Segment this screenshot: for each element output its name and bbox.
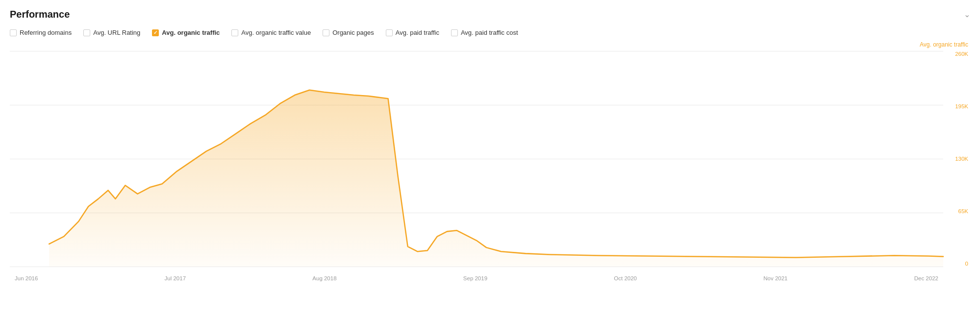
checkbox-avg-organic-traffic-value[interactable] <box>231 29 238 36</box>
chart-area: Avg. organic traffic 260K 195K 130K 65K … <box>10 41 970 281</box>
filter-avg-organic-traffic[interactable]: Avg. organic traffic <box>152 29 220 36</box>
filter-label-avg-url-rating: Avg. URL Rating <box>93 29 140 36</box>
performance-widget: Performance ⌄ Referring domains Avg. URL… <box>0 0 980 319</box>
checkbox-avg-paid-traffic-cost[interactable] <box>451 29 458 36</box>
grid-line-bottom <box>10 267 943 267</box>
chart-legend-label: Avg. organic traffic <box>920 41 968 48</box>
page-title: Performance <box>10 9 70 20</box>
y-label-195k: 195K <box>955 103 968 109</box>
filters-row: Referring domains Avg. URL Rating Avg. o… <box>10 29 970 36</box>
y-axis-labels: 260K 195K 130K 65K 0 <box>955 51 968 267</box>
filter-label-referring-domains: Referring domains <box>20 29 72 36</box>
header-row: Performance ⌄ <box>10 9 970 20</box>
filter-avg-paid-traffic[interactable]: Avg. paid traffic <box>386 29 439 36</box>
x-label-oct2020: Oct 2020 <box>614 275 637 281</box>
x-label-dec2022: Dec 2022 <box>914 275 938 281</box>
chart-inner <box>10 51 943 267</box>
collapse-icon[interactable]: ⌄ <box>964 10 970 19</box>
x-label-nov2021: Nov 2021 <box>763 275 787 281</box>
checkbox-avg-url-rating[interactable] <box>83 29 90 36</box>
chart-svg <box>10 51 943 267</box>
filter-avg-organic-traffic-value[interactable]: Avg. organic traffic value <box>231 29 311 36</box>
y-label-260k: 260K <box>955 51 968 57</box>
x-label-jul2017: Jul 2017 <box>165 275 186 281</box>
filter-label-avg-organic-traffic: Avg. organic traffic <box>162 29 220 36</box>
x-label-jun2016: Jun 2016 <box>15 275 38 281</box>
x-label-sep2019: Sep 2019 <box>463 275 487 281</box>
checkbox-avg-organic-traffic[interactable] <box>152 29 159 36</box>
x-label-aug2018: Aug 2018 <box>312 275 336 281</box>
checkbox-avg-paid-traffic[interactable] <box>386 29 393 36</box>
filter-referring-domains[interactable]: Referring domains <box>10 29 72 36</box>
checkbox-organic-pages[interactable] <box>323 29 329 36</box>
checkbox-referring-domains[interactable] <box>10 29 17 36</box>
chart-area-fill <box>49 90 943 267</box>
filter-avg-url-rating[interactable]: Avg. URL Rating <box>83 29 140 36</box>
filter-label-organic-pages: Organic pages <box>332 29 374 36</box>
filter-organic-pages[interactable]: Organic pages <box>323 29 374 36</box>
filter-label-avg-organic-traffic-value: Avg. organic traffic value <box>241 29 311 36</box>
filter-label-avg-paid-traffic-cost: Avg. paid traffic cost <box>461 29 518 36</box>
filter-label-avg-paid-traffic: Avg. paid traffic <box>396 29 439 36</box>
filter-avg-paid-traffic-cost[interactable]: Avg. paid traffic cost <box>451 29 518 36</box>
y-label-0: 0 <box>965 261 968 267</box>
y-label-65k: 65K <box>958 208 968 214</box>
x-axis-labels: Jun 2016 Jul 2017 Aug 2018 Sep 2019 Oct … <box>10 275 943 281</box>
y-label-130k: 130K <box>955 156 968 162</box>
